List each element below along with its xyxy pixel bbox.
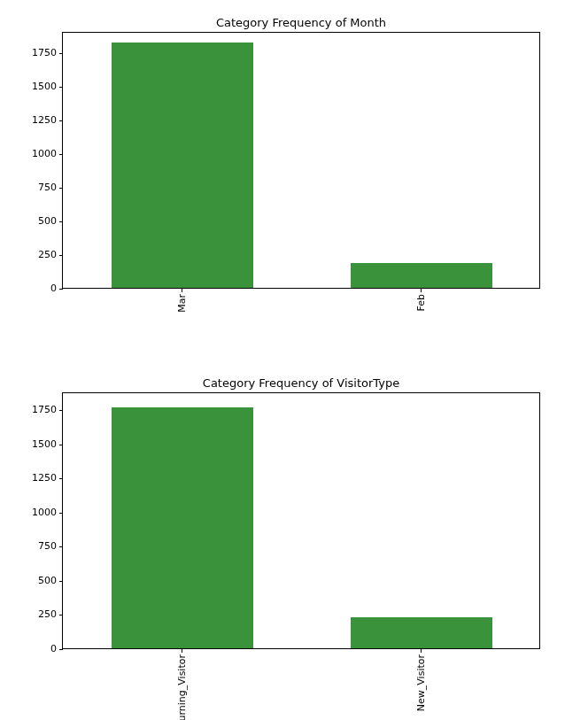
bar-mar xyxy=(112,43,253,288)
ytick-label: 500 xyxy=(4,575,57,586)
bar-feb xyxy=(351,263,492,288)
xtick-label: New_Visitor xyxy=(415,654,427,711)
subplot-visitortype: Category Frequency of VisitorType 0 250 … xyxy=(62,376,540,686)
ytick-label: 1500 xyxy=(4,438,57,450)
ytick-label: 250 xyxy=(4,608,57,620)
ytick-label: 1750 xyxy=(4,47,57,58)
xtick-label: Feb xyxy=(415,294,427,311)
bar-returning-visitor xyxy=(112,407,253,648)
bar-new-visitor xyxy=(351,617,492,648)
ytick-label: 0 xyxy=(4,643,57,654)
chart-title: Category Frequency of Month xyxy=(62,16,540,29)
ytick-label: 500 xyxy=(4,215,57,227)
subplot-month: Category Frequency of Month 0 250 500 75… xyxy=(62,16,540,326)
ytick-label: 750 xyxy=(4,182,57,193)
ytick-label: 1500 xyxy=(4,81,57,92)
ytick-label: 1000 xyxy=(4,148,57,159)
ytick-label: 250 xyxy=(4,249,57,260)
plot-area xyxy=(62,32,540,289)
ytick-label: 1750 xyxy=(4,404,57,415)
ytick-label: 1250 xyxy=(4,472,57,484)
chart-title: Category Frequency of VisitorType xyxy=(62,376,540,390)
ytick-label: 1000 xyxy=(4,507,57,518)
ytick-label: 1250 xyxy=(4,114,57,126)
figure: Category Frequency of Month 0 250 500 75… xyxy=(0,0,588,720)
ytick-label: 750 xyxy=(4,540,57,552)
xtick-label: urning_Visitor xyxy=(176,654,188,720)
xtick-label: Mar xyxy=(176,294,188,313)
ytick-label: 0 xyxy=(4,283,57,294)
plot-area xyxy=(62,392,540,649)
